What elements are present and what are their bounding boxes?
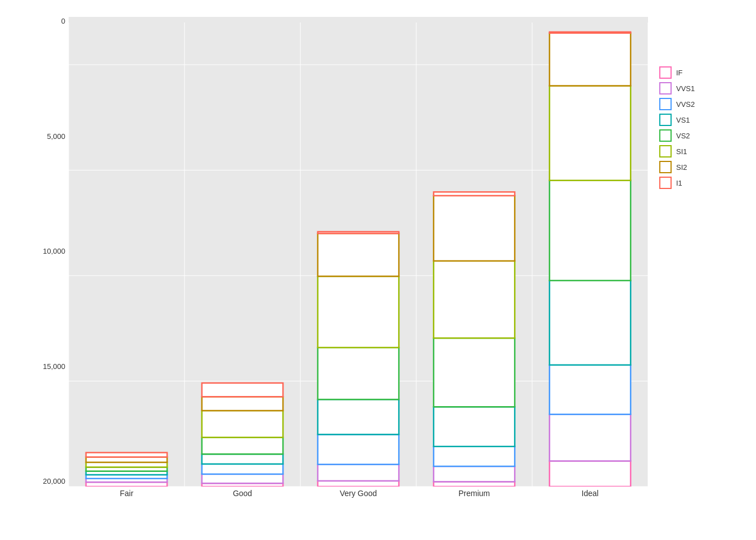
legend-item: VVS2 [659, 98, 738, 110]
bar-segment [318, 465, 399, 481]
bar-segment [318, 399, 399, 434]
bar-segment [202, 411, 283, 438]
bar-segment [434, 261, 515, 338]
legend-label: SI1 [676, 147, 687, 156]
x-axis-spacer [35, 487, 69, 506]
y-tick-label: 15,000 [43, 362, 65, 371]
x-label: Very Good [300, 487, 416, 506]
legend-item: SI2 [659, 161, 738, 173]
legend-label: VS2 [676, 132, 690, 140]
bar-segment [434, 482, 515, 487]
plot-box [69, 17, 648, 487]
bar-segment [434, 338, 515, 407]
bar-segment [550, 181, 631, 281]
bar-segment [318, 232, 399, 233]
legend-label: I1 [676, 179, 682, 187]
bar-segment [434, 407, 515, 447]
x-label: Premium [416, 487, 532, 506]
x-labels: FairGoodVery GoodPremiumIdeal [69, 487, 648, 506]
legend-item: VS1 [659, 114, 738, 126]
x-label: Ideal [532, 487, 648, 506]
legend: IF VVS1 VVS2 VS1 VS2 SI1 SI2 I1 [648, 17, 738, 523]
x-axis-title [69, 506, 648, 523]
y-ticks: 20,00015,00010,0005,0000 [35, 17, 69, 487]
bar-segment [434, 192, 515, 196]
bar-segment [202, 397, 283, 411]
bar-segment [434, 447, 515, 466]
legend-items-container: IF VVS1 VVS2 VS1 VS2 SI1 SI2 I1 [659, 66, 738, 192]
bar-segment [550, 32, 631, 33]
legend-color-box [659, 129, 672, 142]
y-tick-label: 0 [61, 17, 65, 25]
legend-label: VVS1 [676, 84, 695, 93]
bar-segment [550, 415, 631, 461]
chart-wrapper: 20,00015,00010,0005,0000 FairGoodVery Go… [18, 17, 738, 523]
legend-label: VVS2 [676, 100, 695, 109]
bar-segment [550, 86, 631, 181]
plot-area-row: 20,00015,00010,0005,0000 [35, 17, 648, 487]
chart-area: 20,00015,00010,0005,0000 FairGoodVery Go… [35, 17, 648, 523]
bar-segment [202, 438, 283, 454]
bar-segment [434, 466, 515, 482]
y-axis-label [18, 17, 35, 523]
bar-segment [434, 196, 515, 261]
bar-segment [86, 453, 167, 457]
x-axis-title-row [35, 506, 648, 523]
legend-item: VS2 [659, 129, 738, 142]
chart-container: 20,00015,00010,0005,0000 FairGoodVery Go… [0, 0, 756, 540]
bar-segment [318, 276, 399, 348]
bar-segment [202, 474, 283, 483]
x-axis-title-spacer [35, 506, 69, 523]
legend-label: SI2 [676, 163, 687, 172]
legend-color-box [659, 82, 672, 94]
x-axis-row: FairGoodVery GoodPremiumIdeal [35, 487, 648, 506]
legend-color-box [659, 177, 672, 189]
legend-color-box [659, 114, 672, 126]
legend-item: VVS1 [659, 82, 738, 94]
legend-color-box [659, 98, 672, 110]
legend-label: IF [676, 69, 683, 77]
legend-item: IF [659, 66, 738, 79]
bar-segment [202, 454, 283, 464]
bars-svg [69, 17, 648, 487]
bar-segment [318, 233, 399, 276]
y-tick-label: 10,000 [43, 247, 65, 255]
bar-segment [550, 33, 631, 86]
bar-segment [86, 457, 167, 462]
y-tick-label: 20,000 [43, 477, 65, 485]
legend-item: I1 [659, 177, 738, 189]
bar-segment [202, 383, 283, 397]
bar-segment [318, 481, 399, 487]
bar-segment [202, 464, 283, 474]
legend-item: SI1 [659, 145, 738, 158]
x-label: Good [184, 487, 300, 506]
legend-color-box [659, 66, 672, 79]
legend-color-box [659, 145, 672, 158]
x-label: Fair [69, 487, 184, 506]
y-tick-label: 5,000 [47, 132, 65, 141]
bar-segment [550, 461, 631, 487]
legend-color-box [659, 161, 672, 173]
bar-segment [318, 348, 399, 399]
bar-segment [86, 462, 167, 467]
bar-segment [550, 365, 631, 415]
legend-label: VS1 [676, 116, 690, 124]
bar-segment [550, 281, 631, 365]
bar-segment [318, 434, 399, 464]
